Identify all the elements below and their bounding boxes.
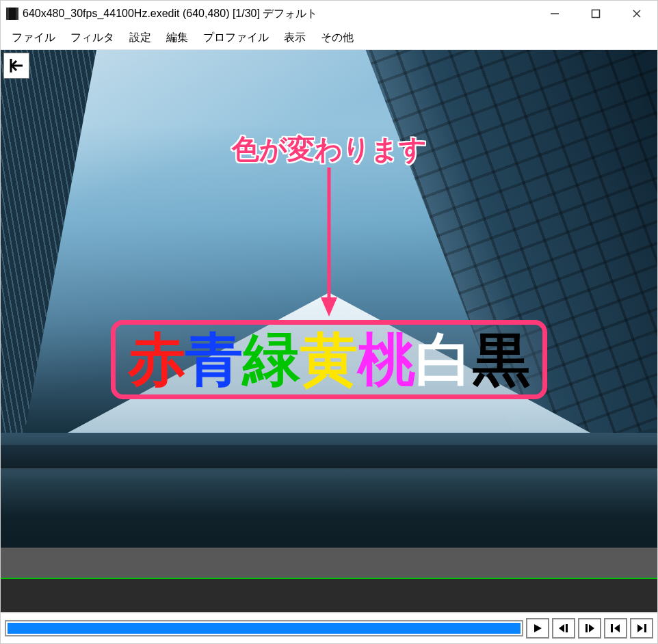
char-green: 緑 bbox=[243, 332, 300, 389]
close-button[interactable] bbox=[616, 1, 657, 27]
menu-settings[interactable]: 設定 bbox=[122, 28, 158, 48]
svg-rect-14 bbox=[585, 624, 588, 632]
menu-file[interactable]: ファイル bbox=[5, 28, 62, 48]
svg-rect-13 bbox=[566, 624, 568, 632]
goto-first-button[interactable] bbox=[604, 618, 627, 639]
svg-marker-11 bbox=[534, 624, 542, 632]
app-window: 640x480_30fps_44100Hz.exedit (640,480) [… bbox=[0, 0, 658, 644]
app-icon bbox=[6, 8, 18, 20]
floor-band bbox=[1, 433, 657, 548]
window-title: 640x480_30fps_44100Hz.exedit (640,480) [… bbox=[23, 7, 317, 21]
menu-profile[interactable]: プロファイル bbox=[196, 28, 276, 48]
seek-bar[interactable] bbox=[5, 620, 523, 636]
svg-marker-12 bbox=[559, 624, 564, 632]
menu-other[interactable]: その他 bbox=[314, 28, 360, 48]
minimize-button[interactable] bbox=[534, 1, 575, 27]
svg-rect-2 bbox=[16, 8, 18, 20]
transport-controls bbox=[1, 612, 657, 643]
play-button[interactable] bbox=[526, 618, 549, 639]
maximize-button[interactable] bbox=[575, 1, 616, 27]
timeline-bar-top bbox=[1, 548, 657, 578]
bottom-panel bbox=[1, 548, 657, 643]
seek-fill bbox=[8, 623, 521, 634]
svg-rect-0 bbox=[6, 8, 9, 20]
step-forward-button[interactable] bbox=[578, 618, 601, 639]
preview-area: 色が変わります 赤 青 緑 黄 桃 白 黒 bbox=[1, 50, 657, 548]
svg-rect-16 bbox=[611, 624, 613, 632]
svg-marker-17 bbox=[614, 624, 620, 632]
svg-rect-4 bbox=[592, 10, 600, 18]
char-white: 白 bbox=[415, 332, 473, 389]
timeline-bar-bottom bbox=[1, 579, 657, 612]
menu-filter[interactable]: フィルタ bbox=[64, 28, 121, 48]
menubar: ファイル フィルタ 設定 編集 プロファイル 表示 その他 bbox=[1, 27, 657, 50]
char-yellow: 黄 bbox=[300, 332, 358, 389]
svg-marker-18 bbox=[637, 624, 643, 632]
menu-view[interactable]: 表示 bbox=[277, 28, 313, 48]
titlebar: 640x480_30fps_44100Hz.exedit (640,480) [… bbox=[1, 1, 657, 27]
color-text-box: 赤 青 緑 黄 桃 白 黒 bbox=[111, 320, 547, 399]
goto-start-button[interactable] bbox=[3, 53, 29, 79]
char-red: 赤 bbox=[128, 332, 185, 389]
window-controls bbox=[534, 1, 657, 27]
svg-rect-1 bbox=[9, 8, 16, 20]
step-back-button[interactable] bbox=[552, 618, 575, 639]
annotation-label: 色が変わります bbox=[232, 131, 427, 168]
goto-last-button[interactable] bbox=[630, 618, 653, 639]
svg-marker-15 bbox=[589, 624, 594, 632]
svg-rect-19 bbox=[644, 624, 646, 632]
char-black: 黒 bbox=[473, 332, 530, 389]
char-blue: 青 bbox=[185, 332, 243, 389]
char-pink: 桃 bbox=[358, 332, 415, 389]
menu-edit[interactable]: 編集 bbox=[159, 28, 195, 48]
